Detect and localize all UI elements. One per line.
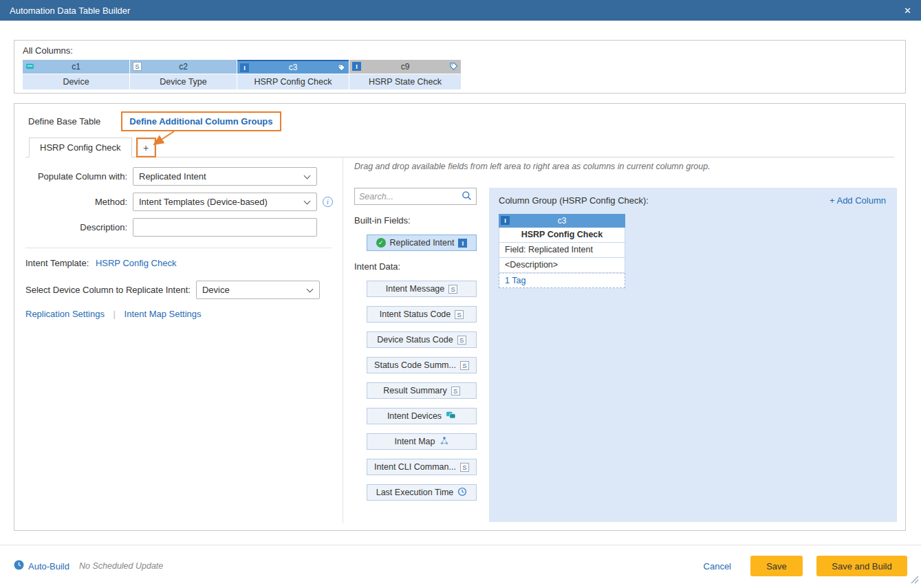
- builder-main-panel: Define Base Table Define Additional Colu…: [14, 103, 906, 531]
- footer-divider: [0, 545, 921, 545]
- intent-template-link[interactable]: HSRP Config Check: [96, 258, 177, 268]
- automation-data-table-builder-dialog: Automation Data Table Builder ✕ All Colu…: [0, 0, 921, 588]
- column-hsrp-state-check[interactable]: I c9 HSRP State Check: [349, 60, 461, 89]
- field-chip-intent-message[interactable]: Intent Message S: [367, 281, 477, 297]
- field-chip-device-status-code[interactable]: Device Status Code S: [367, 331, 477, 348]
- field-chip-intent-devices[interactable]: Intent Devices: [367, 408, 477, 424]
- populate-column-dropdown[interactable]: Replicated Intent: [133, 167, 317, 186]
- intent-type-icon: I: [458, 239, 467, 248]
- field-chip-last-execution-time[interactable]: Last Execution Time: [367, 484, 477, 501]
- cancel-button[interactable]: Cancel: [704, 561, 731, 571]
- field-chip-label: Intent Map: [394, 437, 435, 446]
- string-type-icon: S: [133, 62, 142, 71]
- schedule-status: No Scheduled Update: [79, 561, 163, 571]
- dialog-titlebar: Automation Data Table Builder ✕: [0, 0, 921, 21]
- save-and-build-button[interactable]: Save and Build: [816, 556, 907, 576]
- save-button[interactable]: Save: [750, 556, 803, 576]
- column-hsrp-config-check[interactable]: I c3 HSRP Config Check: [237, 60, 349, 89]
- column-header: c1: [23, 60, 129, 74]
- info-icon[interactable]: i: [323, 197, 333, 207]
- column-card-name: HSRP Config Check: [499, 228, 625, 243]
- description-input[interactable]: [133, 218, 317, 237]
- intent-type-icon: I: [501, 216, 510, 225]
- column-card-description: <Description>: [499, 258, 625, 273]
- device-column-value: Device: [202, 285, 230, 295]
- method-label: Method:: [25, 197, 133, 207]
- column-id: c3: [289, 63, 298, 72]
- field-chip-intent-cli-commands[interactable]: Intent CLI Comman... S: [367, 459, 477, 475]
- auto-build-clock-icon: [14, 560, 24, 572]
- column-id: c1: [72, 62, 80, 72]
- search-icon[interactable]: [462, 190, 472, 203]
- search-input[interactable]: [359, 192, 462, 202]
- column-name: Device Type: [130, 74, 237, 89]
- string-type-icon: S: [460, 361, 469, 370]
- field-chip-label: Intent Message: [386, 284, 444, 294]
- all-columns-label: All Columns:: [23, 45, 897, 56]
- builtin-fields-label: Built-in Fields:: [354, 215, 489, 226]
- column-device[interactable]: c1 Device: [23, 60, 129, 89]
- column-device-type[interactable]: S c2 Device Type: [130, 60, 237, 89]
- devices-icon: [446, 411, 456, 422]
- intent-map-settings-link[interactable]: Intent Map Settings: [124, 309, 202, 319]
- field-chip-replicated-intent[interactable]: ✓ Replicated Intent I: [367, 235, 477, 251]
- string-type-icon: S: [455, 310, 464, 319]
- field-chip-intent-status-code[interactable]: Intent Status Code S: [367, 306, 477, 323]
- populate-column-label: Populate Column with:: [25, 171, 133, 182]
- tag-icon: [337, 63, 346, 72]
- tab-define-additional-column-groups[interactable]: Define Additional Column Groups: [129, 116, 272, 127]
- string-type-icon: S: [451, 386, 460, 395]
- all-columns-strip: c1 Device S c2 Device Type I c3: [23, 60, 897, 89]
- chevron-down-icon: [304, 198, 311, 205]
- check-icon: ✓: [376, 238, 386, 248]
- resize-grip-icon[interactable]: [911, 576, 919, 586]
- string-type-icon: S: [460, 463, 469, 472]
- chevron-down-icon: [304, 173, 311, 179]
- dialog-title: Automation Data Table Builder: [10, 6, 130, 16]
- group-tab-hsrp-config-check[interactable]: HSRP Config Check: [29, 138, 132, 157]
- field-chip-result-summary[interactable]: Result Summary S: [367, 382, 477, 399]
- column-group-title: Column Group (HSRP Config Check):: [499, 195, 649, 206]
- intent-template-label: Intent Template:: [25, 258, 89, 268]
- method-dropdown[interactable]: Intent Templates (Device-based): [133, 193, 317, 211]
- field-chip-status-code-summary[interactable]: Status Code Summ... S: [367, 357, 477, 373]
- clock-icon: [457, 487, 467, 499]
- column-card-header: I c3: [499, 214, 625, 228]
- column-id: c9: [401, 62, 410, 72]
- group-tab-label: HSRP Config Check: [40, 142, 121, 153]
- map-icon: [440, 436, 449, 448]
- footer-bar: Auto-Build No Scheduled Update Cancel Sa…: [14, 555, 907, 577]
- intent-type-icon: I: [240, 63, 249, 72]
- all-columns-section: All Columns: c1 Device S c2 Device Type: [14, 40, 906, 94]
- field-chip-label: Device Status Code: [377, 335, 453, 345]
- field-chip-label: Intent CLI Comman...: [374, 462, 456, 472]
- intent-data-label: Intent Data:: [354, 261, 489, 272]
- field-chip-label: Result Summary: [383, 386, 446, 395]
- field-chip-label: Intent Status Code: [380, 309, 451, 319]
- available-fields-panel: Built-in Fields: ✓ Replicated Intent I I…: [354, 188, 489, 522]
- column-name: HSRP State Check: [349, 74, 461, 89]
- string-type-icon: S: [448, 285, 457, 294]
- field-chip-label: Intent Devices: [387, 411, 442, 421]
- add-column-link[interactable]: + Add Column: [830, 195, 886, 206]
- column-card-field: Field: Replicated Intent: [499, 243, 625, 258]
- column-id: c2: [179, 62, 188, 72]
- field-chip-label: Replicated Intent: [390, 238, 455, 248]
- field-chip-intent-map[interactable]: Intent Map: [367, 433, 477, 450]
- add-column-group-button[interactable]: +: [138, 139, 155, 156]
- column-group-drop-area: Column Group (HSRP Config Check): + Add …: [489, 188, 897, 522]
- tab-define-base-table[interactable]: Define Base Table: [25, 111, 103, 132]
- column-group-settings-panel: Populate Column with: Replicated Intent …: [14, 157, 343, 523]
- field-chip-label: Last Execution Time: [376, 488, 454, 497]
- auto-build-link[interactable]: Auto-Build: [28, 561, 69, 571]
- link-separator: |: [113, 309, 116, 319]
- column-card-c3[interactable]: I c3 HSRP Config Check Field: Replicated…: [499, 214, 625, 288]
- device-column-dropdown[interactable]: Device: [196, 281, 320, 299]
- close-icon[interactable]: ✕: [904, 6, 911, 15]
- replication-settings-link[interactable]: Replication Settings: [25, 309, 105, 319]
- field-chip-label: Status Code Summ...: [374, 360, 456, 370]
- divider: [25, 248, 332, 248]
- string-type-icon: S: [457, 336, 466, 345]
- column-header: S c2: [130, 60, 237, 74]
- column-card-tags[interactable]: 1 Tag: [499, 273, 625, 288]
